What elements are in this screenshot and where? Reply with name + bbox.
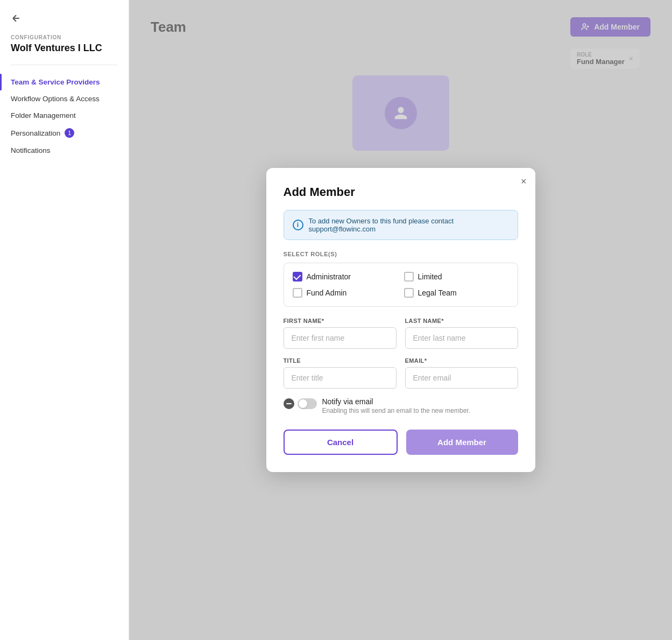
last-name-group: LAST NAME* [405, 318, 518, 349]
sidebar-item-label: Folder Management [11, 111, 76, 119]
notify-desc: Enabling this will send an email to the … [322, 407, 470, 414]
modal-overlay: × Add Member i To add new Owners to this… [129, 0, 672, 640]
last-name-label: LAST NAME* [405, 318, 518, 324]
role-option-fund-admin[interactable]: Fund Admin [293, 288, 398, 298]
sidebar-item-personalization[interactable]: Personalization 1 [0, 124, 129, 142]
administrator-checkbox[interactable] [293, 272, 302, 282]
sidebar-divider [11, 65, 118, 65]
modal-title: Add Member [284, 185, 518, 199]
first-name-input[interactable] [284, 327, 397, 349]
notify-text: Notify via email Enabling this will send… [322, 397, 470, 414]
role-option-administrator[interactable]: Administrator [293, 272, 398, 282]
sidebar-item-workflow[interactable]: Workflow Options & Access [0, 90, 129, 107]
title-group: TITLE [284, 357, 397, 389]
toggle-minus-icon [284, 398, 294, 409]
toggle-thumb [299, 399, 307, 408]
first-name-label: FIRST NAME* [284, 318, 397, 324]
sidebar-item-folder[interactable]: Folder Management [0, 107, 129, 124]
fund-admin-checkbox[interactable] [293, 288, 302, 298]
name-row: FIRST NAME* LAST NAME* [284, 318, 518, 349]
notify-title: Notify via email [322, 397, 470, 406]
role-option-legal-team[interactable]: Legal Team [404, 288, 509, 298]
info-icon: i [293, 220, 303, 230]
org-name: Wolf Ventures I LLC [0, 43, 129, 65]
notify-toggle[interactable] [298, 398, 317, 409]
sidebar-item-notifications[interactable]: Notifications [0, 142, 129, 159]
modal-actions: Cancel Add Member [284, 430, 518, 455]
administrator-label: Administrator [307, 272, 351, 281]
sidebar-item-team[interactable]: Team & Service Providers [0, 74, 129, 90]
email-label: EMAIL* [405, 357, 518, 364]
main-content: Team Add Member ROLE [129, 0, 672, 640]
limited-label: Limited [418, 272, 442, 281]
config-label: CONFIGURATION [0, 34, 129, 43]
add-member-modal: × Add Member i To add new Owners to this… [266, 168, 535, 472]
legal-team-checkbox[interactable] [404, 288, 414, 298]
sidebar-item-label: Workflow Options & Access [11, 95, 100, 103]
sidebar: CONFIGURATION Wolf Ventures I LLC Team &… [0, 0, 129, 640]
info-banner: i To add new Owners to this fund please … [284, 210, 518, 240]
title-label: TITLE [284, 357, 397, 364]
sidebar-nav: Team & Service Providers Workflow Option… [0, 74, 129, 159]
sidebar-item-label: Personalization [11, 129, 60, 137]
last-name-input[interactable] [405, 327, 518, 349]
cancel-button[interactable]: Cancel [284, 430, 398, 455]
sidebar-item-label: Team & Service Providers [11, 78, 100, 86]
toggle-wrapper[interactable] [284, 398, 317, 409]
title-email-row: TITLE EMAIL* [284, 357, 518, 389]
back-button[interactable] [0, 13, 129, 34]
first-name-group: FIRST NAME* [284, 318, 397, 349]
title-input[interactable] [284, 367, 397, 389]
legal-team-label: Legal Team [418, 289, 457, 297]
roles-grid: Administrator Limited Fund Admin Legal T… [284, 263, 518, 307]
limited-checkbox[interactable] [404, 272, 414, 282]
email-input[interactable] [405, 367, 518, 389]
fund-admin-label: Fund Admin [307, 289, 347, 297]
email-group: EMAIL* [405, 357, 518, 389]
role-option-limited[interactable]: Limited [404, 272, 509, 282]
info-banner-text: To add new Owners to this fund please co… [309, 217, 509, 233]
notify-row: Notify via email Enabling this will send… [284, 397, 518, 414]
personalization-badge: 1 [65, 128, 74, 138]
modal-close-button[interactable]: × [521, 177, 527, 186]
sidebar-item-label: Notifications [11, 146, 51, 154]
modal-add-member-button[interactable]: Add Member [406, 430, 518, 455]
roles-section-label: SELECT ROLE(S) [284, 251, 518, 257]
